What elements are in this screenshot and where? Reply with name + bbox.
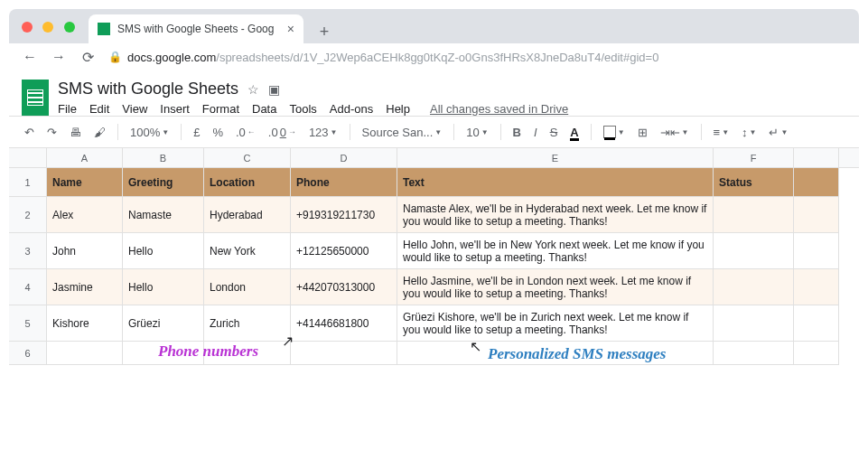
cell[interactable] <box>794 269 839 305</box>
percent-button[interactable]: % <box>208 123 228 142</box>
move-folder-icon[interactable]: ▣ <box>268 82 280 97</box>
menu-tools[interactable]: Tools <box>289 102 316 116</box>
number-format-select[interactable]: 123▼ <box>304 123 342 142</box>
menu-file[interactable]: File <box>58 102 77 116</box>
col-header-f[interactable]: F <box>714 148 794 167</box>
halign-button[interactable]: ≡ ▼ <box>709 123 734 142</box>
reload-button[interactable]: ⟳ <box>76 45 99 69</box>
fill-color-button[interactable]: ▼ <box>599 123 630 141</box>
tab-close-icon[interactable]: × <box>287 22 294 36</box>
new-tab-button[interactable]: + <box>313 20 336 43</box>
cell-phone[interactable]: +12125650000 <box>291 233 397 269</box>
document-title[interactable]: SMS with Google Sheets <box>58 80 238 98</box>
menu-edit[interactable]: Edit <box>89 102 109 116</box>
menu-format[interactable]: Format <box>202 102 239 116</box>
cell-status[interactable] <box>714 197 794 233</box>
bold-button[interactable]: B <box>509 123 526 142</box>
menu-data[interactable]: Data <box>252 102 276 116</box>
row-number[interactable]: 4 <box>9 269 47 305</box>
star-icon[interactable]: ☆ <box>247 82 259 97</box>
minimize-window-button[interactable] <box>42 22 53 33</box>
forward-button[interactable]: → <box>47 45 70 69</box>
strike-button[interactable]: S <box>546 123 563 142</box>
cell-text[interactable]: Hello Jasmine, we'll be in London next w… <box>397 269 714 305</box>
header-status[interactable]: Status <box>714 168 794 197</box>
cell[interactable] <box>291 342 397 365</box>
menu-addons[interactable]: Add-ons <box>330 102 373 116</box>
menu-view[interactable]: View <box>122 102 147 116</box>
cell-name[interactable]: John <box>47 233 123 269</box>
save-status[interactable]: All changes saved in Drive <box>430 102 568 116</box>
cell-greeting[interactable]: Hello <box>123 233 204 269</box>
browser-tab[interactable]: SMS with Google Sheets - Goog × <box>89 14 303 43</box>
cell-location[interactable]: London <box>204 269 291 305</box>
cell[interactable] <box>794 342 839 365</box>
dec-decrease-button[interactable]: .0← <box>231 123 260 142</box>
italic-button[interactable]: I <box>529 123 542 142</box>
menu-help[interactable]: Help <box>386 102 410 116</box>
cell[interactable] <box>794 233 839 269</box>
cell-status[interactable] <box>714 305 794 342</box>
address-bar[interactable]: 🔒 docs.google.com/spreadsheets/d/1V_J2We… <box>105 51 850 64</box>
col-header-g[interactable] <box>794 148 839 167</box>
header-name[interactable]: Name <box>47 168 123 197</box>
currency-button[interactable]: £ <box>189 123 204 142</box>
header-g[interactable] <box>794 168 839 197</box>
cell-location[interactable]: New York <box>204 233 291 269</box>
spreadsheet-grid: A B C D E F 1 Name Greeting Location Pho… <box>9 148 859 365</box>
redo-button[interactable]: ↷ <box>42 123 61 142</box>
cell-greeting[interactable]: Namaste <box>123 197 204 233</box>
print-button[interactable]: 🖶 <box>65 123 86 142</box>
cell-greeting[interactable]: Hello <box>123 269 204 305</box>
font-select[interactable]: Source San... ▼ <box>358 123 447 142</box>
sheets-logo-icon[interactable] <box>22 80 49 116</box>
cell-greeting[interactable]: Grüezi <box>123 305 204 342</box>
back-button[interactable]: ← <box>18 45 42 69</box>
cell-text[interactable]: Grüezi Kishore, we'll be in Zurich next … <box>397 305 714 342</box>
valign-button[interactable]: ↕ ▼ <box>737 123 761 142</box>
cell[interactable] <box>47 342 123 365</box>
row-number-6[interactable]: 6 <box>9 342 47 365</box>
col-header-e[interactable]: E <box>397 148 714 167</box>
fullscreen-window-button[interactable] <box>64 22 75 33</box>
col-header-b[interactable]: B <box>123 148 204 167</box>
cell-text[interactable]: Namaste Alex, we'll be in Hyderabad next… <box>397 197 714 233</box>
cell-status[interactable] <box>714 233 794 269</box>
header-text[interactable]: Text <box>397 168 714 197</box>
col-header-c[interactable]: C <box>204 148 291 167</box>
text-color-button[interactable]: A <box>565 123 583 142</box>
cell-name[interactable]: Kishore <box>47 305 123 342</box>
zoom-select[interactable]: 100% ▼ <box>126 123 173 142</box>
row-number[interactable]: 5 <box>9 305 47 342</box>
header-location[interactable]: Location <box>204 168 291 197</box>
cell-location[interactable]: Zurich <box>204 305 291 342</box>
select-all-corner[interactable] <box>9 148 47 167</box>
cell-name[interactable]: Jasmine <box>47 269 123 305</box>
cell-text[interactable]: Hello John, we'll be in New York next we… <box>397 233 714 269</box>
header-phone[interactable]: Phone <box>291 168 397 197</box>
cell[interactable] <box>714 342 794 365</box>
cell-status[interactable] <box>714 269 794 305</box>
borders-button[interactable]: ⊞ <box>633 123 652 142</box>
paint-format-button[interactable]: 🖌 <box>89 123 110 142</box>
col-header-d[interactable]: D <box>291 148 397 167</box>
row-number[interactable]: 3 <box>9 233 47 269</box>
fontsize-select[interactable]: 10 ▼ <box>462 123 492 142</box>
col-header-a[interactable]: A <box>47 148 123 167</box>
close-window-button[interactable] <box>22 22 33 33</box>
cell-phone[interactable]: +442070313000 <box>291 269 397 305</box>
wrap-button[interactable]: ↵ ▼ <box>764 123 792 142</box>
dec-increase-button[interactable]: .00→ <box>264 123 301 142</box>
cell-phone[interactable]: +41446681800 <box>291 305 397 342</box>
header-greeting[interactable]: Greeting <box>123 168 204 197</box>
menu-insert[interactable]: Insert <box>160 102 190 116</box>
cell-phone[interactable]: +919319211730 <box>291 197 397 233</box>
cell[interactable] <box>794 197 839 233</box>
row-number-1[interactable]: 1 <box>9 168 47 197</box>
cell[interactable] <box>794 305 839 342</box>
row-number[interactable]: 2 <box>9 197 47 233</box>
cell-location[interactable]: Hyderabad <box>204 197 291 233</box>
undo-button[interactable]: ↶ <box>20 123 39 142</box>
cell-name[interactable]: Alex <box>47 197 123 233</box>
merge-button[interactable]: ⇥⇤ ▼ <box>656 123 694 142</box>
